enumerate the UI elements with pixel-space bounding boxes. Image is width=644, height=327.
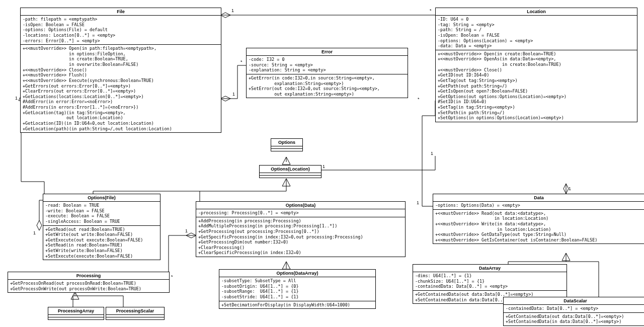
class-name: Options	[271, 139, 302, 146]
class-name: Options(Data)	[196, 202, 405, 209]
mult: 1	[417, 200, 419, 205]
attributes: -ID: U64 = 0-tag: String = <empty>-path:…	[436, 16, 637, 50]
class-name: Error	[247, 48, 408, 56]
class-name: Options(File)	[43, 194, 160, 202]
class-options: Options	[271, 138, 303, 151]
mult: *	[171, 274, 173, 279]
mult: 1	[231, 8, 234, 13]
attributes: -containedData: Data[0..*] = <empty>	[504, 305, 644, 313]
attributes: -code: I32 = 0-source: String = <empty>-…	[247, 56, 408, 74]
operations: +GetRead(out read:Boolean=TRUE)+GetWrite…	[43, 226, 160, 260]
class-processing-scalar: ProcessingScalar	[106, 307, 165, 320]
svg-marker-4	[282, 179, 290, 186]
class-name: Location	[436, 8, 637, 16]
operations: +GetProcessOnRead(out processOnRead:Bool…	[8, 280, 169, 292]
attributes: -options: Options(Data) = <empty>	[433, 202, 644, 210]
class-processing: Processing +GetProcessOnRead(out process…	[8, 272, 170, 293]
class-options-data: Options(Data) -processing: Processing[0.…	[196, 201, 406, 257]
mult: 1	[185, 228, 188, 233]
mult: 1	[323, 164, 325, 169]
attributes: -processing: Processing[0..*] = <empty>	[196, 209, 405, 217]
class-data: Data -options: Options(Data) = <empty> +…	[433, 194, 644, 244]
operations: +GetError(in code:I32=0,in source:String…	[247, 74, 408, 98]
operations: +<<mustOverride>> Read(out data:<datatyp…	[433, 210, 644, 244]
attributes: -path: filepath = <emptypath>-isOpen: Bo…	[21, 16, 221, 45]
class-processing-array: ProcessingArray	[48, 307, 104, 320]
class-name: DataScalar	[504, 297, 644, 305]
class-name: Data	[433, 194, 644, 202]
mult: *	[240, 59, 243, 64]
class-file: File -path: filepath = <emptypath>-isOpe…	[20, 8, 221, 133]
svg-marker-7	[564, 184, 569, 194]
svg-marker-10	[562, 253, 570, 261]
mult: 1	[569, 186, 571, 191]
mult: 1	[431, 151, 433, 156]
svg-marker-1	[220, 96, 230, 101]
operations: +AddProcessing(in processing:Processing)…	[196, 217, 405, 257]
class-name: ProcessingScalar	[106, 307, 164, 314]
class-location: Location -ID: U64 = 0-tag: String = <emp…	[435, 8, 637, 122]
svg-marker-0	[220, 13, 230, 18]
mult: 1	[232, 92, 235, 97]
svg-marker-9	[71, 292, 79, 299]
uml-canvas: File -path: filepath = <emptypath>-isOpe…	[5, 5, 644, 327]
class-options-location: Options(Location)	[259, 165, 321, 178]
class-options-file: Options(File) -read: Boolean = TRUE-writ…	[43, 194, 160, 260]
mult: *	[430, 8, 432, 13]
svg-marker-3	[282, 157, 290, 165]
class-name: ProcessingArray	[48, 307, 104, 314]
mult: 1	[33, 230, 36, 235]
operations: +SetDecimationForDisplay(in DisplayWidth…	[219, 301, 375, 309]
class-name: Processing	[8, 272, 169, 280]
svg-marker-5	[282, 262, 290, 269]
mult: 1	[15, 96, 18, 101]
operations: +GetContainedData(out data:Data[0..*]=<e…	[504, 313, 644, 325]
operations: +<<mustOverride>> Open(in create:Boolean…	[436, 50, 637, 122]
class-name: DataArray	[413, 265, 567, 272]
svg-marker-2	[37, 220, 42, 230]
attributes: -dims: U64[1..*] = {1}-chunkSize: U64[1.…	[413, 272, 567, 291]
class-name: File	[21, 8, 221, 16]
class-name: Options(Location)	[260, 166, 321, 173]
mult: *	[418, 97, 420, 102]
svg-marker-6	[186, 233, 196, 238]
attributes: -subsetType: SubsetType = All-subsetOrig…	[219, 277, 375, 301]
class-datascalar: DataScalar -containedData: Data[0..*] = …	[503, 297, 644, 326]
attributes: -read: Boolean = TRUE-write: Boolean = F…	[43, 202, 160, 226]
class-name: Options(DataArray)	[219, 270, 375, 277]
class-options-dataarray: Options(DataArray) -subsetType: SubsetTy…	[219, 269, 376, 309]
class-error: Error -code: I32 = 0-source: String = <e…	[246, 48, 408, 98]
operations: +<<mustOverride>> Open(in path:filepath=…	[21, 45, 221, 132]
